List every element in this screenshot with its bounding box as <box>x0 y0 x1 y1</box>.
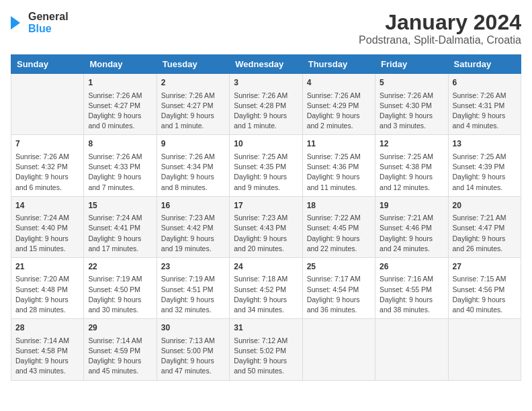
day-info: Sunset: 4:32 PM <box>15 162 79 172</box>
calendar-cell: 24Sunrise: 7:18 AMSunset: 4:52 PMDayligh… <box>230 257 302 318</box>
day-info: Sunset: 4:27 PM <box>161 101 225 111</box>
calendar-cell: 19Sunrise: 7:21 AMSunset: 4:46 PMDayligh… <box>375 196 448 257</box>
day-number: 10 <box>234 138 298 150</box>
day-info: Daylight: 9 hours <box>380 172 443 182</box>
day-info: and 2 minutes. <box>307 121 371 131</box>
day-number: 30 <box>161 322 225 334</box>
day-info: Sunrise: 7:26 AM <box>453 91 517 101</box>
day-info: Daylight: 9 hours <box>15 356 79 366</box>
day-info: and 6 minutes. <box>15 183 79 193</box>
header-wednesday: Wednesday <box>230 55 302 74</box>
day-info: Sunset: 4:34 PM <box>161 162 225 172</box>
day-number: 6 <box>453 77 517 89</box>
header-monday: Monday <box>84 55 157 74</box>
day-info: Sunset: 4:41 PM <box>88 223 152 233</box>
day-number: 23 <box>161 261 225 273</box>
day-number: 28 <box>15 322 79 334</box>
calendar-cell: 31Sunrise: 7:12 AMSunset: 5:02 PMDayligh… <box>230 319 302 380</box>
day-info: and 20 minutes. <box>234 244 298 254</box>
calendar-cell: 2Sunrise: 7:26 AMSunset: 4:27 PMDaylight… <box>157 74 229 135</box>
day-info: Sunset: 4:50 PM <box>88 285 152 295</box>
day-info: Daylight: 9 hours <box>234 111 298 121</box>
week-row-5: 28Sunrise: 7:14 AMSunset: 4:58 PMDayligh… <box>11 319 521 380</box>
day-number: 29 <box>88 322 152 334</box>
calendar-cell: 20Sunrise: 7:21 AMSunset: 4:47 PMDayligh… <box>448 196 521 257</box>
day-number: 26 <box>380 261 443 273</box>
day-info: Sunset: 4:48 PM <box>15 285 79 295</box>
day-info: Sunset: 4:31 PM <box>453 101 517 111</box>
calendar-cell: 26Sunrise: 7:16 AMSunset: 4:55 PMDayligh… <box>375 257 448 318</box>
day-info: and 22 minutes. <box>307 244 371 254</box>
day-info: Daylight: 9 hours <box>88 111 152 121</box>
day-number: 1 <box>88 77 152 89</box>
day-info: Sunset: 4:47 PM <box>453 223 517 233</box>
day-info: and 3 minutes. <box>380 121 443 131</box>
calendar-header-row: SundayMondayTuesdayWednesdayThursdayFrid… <box>11 55 521 74</box>
day-info: Sunset: 4:54 PM <box>307 285 371 295</box>
title-block: January 2024 Podstrana, Split-Dalmatia, … <box>359 11 521 46</box>
calendar-cell: 21Sunrise: 7:20 AMSunset: 4:48 PMDayligh… <box>11 257 84 318</box>
day-info: Sunrise: 7:16 AM <box>380 274 443 284</box>
week-row-3: 14Sunrise: 7:24 AMSunset: 4:40 PMDayligh… <box>11 196 521 257</box>
day-info: and 1 minute. <box>234 121 298 131</box>
day-info: and 0 minutes. <box>88 121 152 131</box>
day-info: Sunrise: 7:25 AM <box>234 152 298 162</box>
day-number: 2 <box>161 77 225 89</box>
day-info: and 15 minutes. <box>15 244 79 254</box>
header-saturday: Saturday <box>448 55 521 74</box>
day-info: Daylight: 9 hours <box>234 172 298 182</box>
day-info: Daylight: 9 hours <box>161 172 225 182</box>
calendar-cell: 23Sunrise: 7:19 AMSunset: 4:51 PMDayligh… <box>157 257 229 318</box>
day-info: Sunset: 4:59 PM <box>88 346 152 356</box>
calendar-cell <box>448 319 521 380</box>
header-friday: Friday <box>375 55 448 74</box>
calendar-cell: 1Sunrise: 7:26 AMSunset: 4:27 PMDaylight… <box>84 74 157 135</box>
day-info: Sunset: 5:00 PM <box>161 346 225 356</box>
day-info: Sunrise: 7:20 AM <box>15 274 79 284</box>
calendar-cell: 3Sunrise: 7:26 AMSunset: 4:28 PMDaylight… <box>230 74 302 135</box>
day-number: 19 <box>380 200 443 212</box>
page-header: GeneralBlue January 2024 Podstrana, Spli… <box>11 11 521 46</box>
calendar-cell: 16Sunrise: 7:23 AMSunset: 4:42 PMDayligh… <box>157 196 229 257</box>
day-info: Daylight: 9 hours <box>234 356 298 366</box>
header-sunday: Sunday <box>11 55 84 74</box>
week-row-2: 7Sunrise: 7:26 AMSunset: 4:32 PMDaylight… <box>11 135 521 196</box>
calendar-cell: 13Sunrise: 7:25 AMSunset: 4:39 PMDayligh… <box>448 135 521 196</box>
calendar-cell: 11Sunrise: 7:25 AMSunset: 4:36 PMDayligh… <box>302 135 375 196</box>
calendar-cell: 25Sunrise: 7:17 AMSunset: 4:54 PMDayligh… <box>302 257 375 318</box>
day-info: Daylight: 9 hours <box>453 111 517 121</box>
day-info: and 12 minutes. <box>380 183 443 193</box>
day-info: Sunrise: 7:19 AM <box>88 274 152 284</box>
day-info: Daylight: 9 hours <box>161 356 225 366</box>
day-info: Sunset: 4:52 PM <box>234 285 298 295</box>
day-info: and 9 minutes. <box>234 183 298 193</box>
day-info: and 45 minutes. <box>88 366 152 376</box>
day-info: Sunrise: 7:14 AM <box>15 336 79 346</box>
logo-general-text: General <box>28 11 69 23</box>
day-info: Sunrise: 7:19 AM <box>161 274 225 284</box>
day-info: Sunset: 4:35 PM <box>234 162 298 172</box>
day-info: Sunset: 4:29 PM <box>307 101 371 111</box>
day-info: and 7 minutes. <box>88 183 152 193</box>
day-info: Sunrise: 7:12 AM <box>234 336 298 346</box>
day-info: and 17 minutes. <box>88 244 152 254</box>
calendar-cell: 30Sunrise: 7:13 AMSunset: 5:00 PMDayligh… <box>157 319 229 380</box>
day-number: 24 <box>234 261 298 273</box>
day-info: Sunrise: 7:21 AM <box>453 213 517 223</box>
day-info: and 8 minutes. <box>161 183 225 193</box>
day-info: Sunset: 4:42 PM <box>161 223 225 233</box>
calendar-cell: 6Sunrise: 7:26 AMSunset: 4:31 PMDaylight… <box>448 74 521 135</box>
day-info: Sunset: 5:02 PM <box>234 346 298 356</box>
day-number: 11 <box>307 138 371 150</box>
calendar-cell <box>375 319 448 380</box>
day-info: and 1 minute. <box>161 121 225 131</box>
day-info: and 14 minutes. <box>453 183 517 193</box>
week-row-4: 21Sunrise: 7:20 AMSunset: 4:48 PMDayligh… <box>11 257 521 318</box>
day-info: and 43 minutes. <box>15 366 79 376</box>
day-info: Sunrise: 7:18 AM <box>234 274 298 284</box>
logo: GeneralBlue <box>11 11 69 36</box>
day-info: Sunset: 4:58 PM <box>15 346 79 356</box>
day-info: Sunset: 4:51 PM <box>161 285 225 295</box>
day-info: Sunset: 4:28 PM <box>234 101 298 111</box>
day-info: Sunrise: 7:13 AM <box>161 336 225 346</box>
